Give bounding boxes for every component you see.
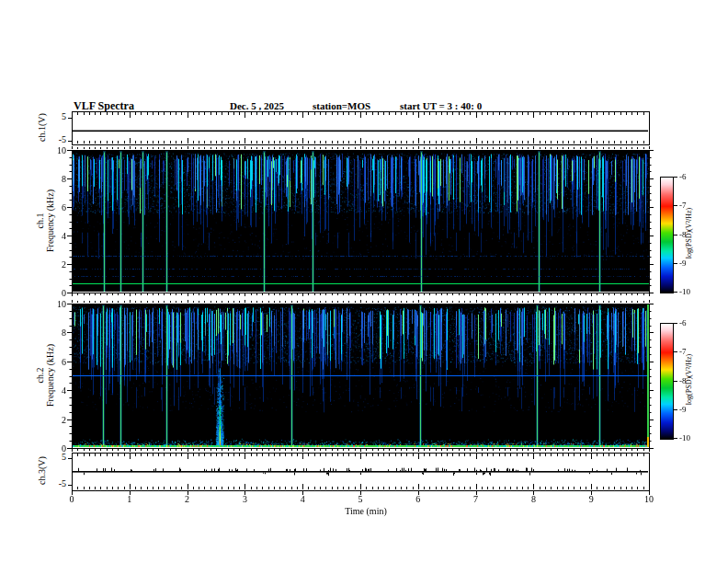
ch1-ytick-label: 4	[47, 231, 66, 241]
ch1-ytick-label: 0	[47, 288, 66, 298]
colorbar-tick-label: -9	[679, 259, 687, 268]
ch2-ytick-label: 6	[47, 357, 66, 367]
x-tick-label: 1	[119, 494, 141, 504]
colorbar-tick-label: -6	[679, 318, 687, 327]
colorbar-tick-label: -7	[679, 201, 687, 210]
x-tick-label: 9	[580, 494, 602, 504]
colorbar-tick-label: -10	[679, 287, 690, 296]
colorbar-tick-label: -6	[679, 172, 687, 181]
colorbar-tick-label: -10	[679, 433, 690, 442]
x-tick-label: 5	[349, 494, 371, 504]
ch2-ytick-label: 10	[47, 299, 66, 309]
colorbar-tick-label: -8	[679, 376, 687, 385]
x-axis-label: Time (min)	[333, 506, 399, 516]
colorbar-tick-label: -7	[679, 347, 687, 356]
x-tick-label: 8	[522, 494, 544, 504]
ch1-ytick-label: 8	[47, 174, 66, 184]
x-tick-label: 0	[61, 494, 83, 504]
colorbar-tick-label: -8	[679, 230, 687, 239]
x-tick-label: 10	[638, 494, 660, 504]
ch1-ytick-label: 10	[47, 145, 66, 155]
x-tick-label: 4	[291, 494, 313, 504]
x-tick-label: 2	[176, 494, 199, 504]
axes-frame-ticks-layer	[0, 0, 728, 563]
ch1-ytick-label: 2	[47, 259, 66, 270]
ch2-ytick-label: 2	[47, 415, 66, 425]
x-tick-label: 7	[465, 494, 487, 504]
ch2-ytick-label: 4	[47, 385, 66, 396]
colorbar-tick-label: -9	[679, 405, 687, 414]
ch2-ytick-label: 8	[47, 327, 66, 338]
vlf-spectra-figure: VLF Spectra Dec. 5 , 2025 station=MOS st…	[0, 0, 728, 563]
x-tick-label: 6	[407, 494, 429, 504]
ch1-ytick-label: 6	[47, 202, 66, 213]
ch2-ytick-label: 0	[47, 443, 66, 454]
x-tick-label: 3	[233, 494, 256, 504]
